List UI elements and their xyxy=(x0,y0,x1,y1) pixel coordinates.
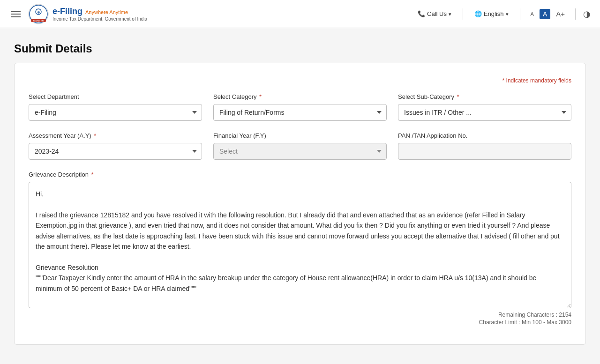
pan-tan-group: PAN /TAN Application No. xyxy=(398,132,571,160)
department-select[interactable]: e-Filing xyxy=(29,104,202,121)
grievance-section: Grievance Description * Hi, I raised the… xyxy=(29,171,571,326)
call-us-button[interactable]: Call Us xyxy=(414,8,455,19)
subcategory-required-star: * xyxy=(455,93,459,100)
financial-year-label: Financial Year (F.Y) xyxy=(213,132,387,139)
font-controls: A A A+ xyxy=(528,8,568,19)
header-left: ⊕ INCOME TAX e-FilingAnywhere Anytime In… xyxy=(9,4,147,24)
divider-2 xyxy=(520,8,520,20)
pan-tan-input[interactable] xyxy=(398,143,571,160)
logo-emblem: ⊕ INCOME TAX xyxy=(28,4,49,24)
call-us-label: Call Us xyxy=(427,10,447,17)
form-card: * Indicates mandatory fields Select Depa… xyxy=(14,63,586,345)
form-row-2: Assessment Year (A.Y) * 2023-24 Financia… xyxy=(29,132,571,160)
contrast-button[interactable]: ◑ xyxy=(583,9,591,19)
assessment-year-group: Assessment Year (A.Y) * 2023-24 xyxy=(29,132,202,160)
logo-anywhere: Anywhere Anytime xyxy=(85,9,128,15)
grievance-required-star: * xyxy=(90,171,94,178)
svg-text:⊕: ⊕ xyxy=(37,10,40,15)
hamburger-menu[interactable] xyxy=(9,9,22,19)
logo-subtitle: Income Tax Department, Government of Ind… xyxy=(52,16,147,22)
financial-year-group: Financial Year (F.Y) Select xyxy=(213,132,387,160)
category-label: Select Category * xyxy=(213,93,387,100)
mandatory-note: * Indicates mandatory fields xyxy=(29,77,571,84)
svg-text:INCOME TAX: INCOME TAX xyxy=(33,20,45,22)
language-label: English xyxy=(484,10,504,17)
logo-text: e-FilingAnywhere Anytime Income Tax Depa… xyxy=(52,7,147,22)
category-select[interactable]: Filing of Return/Forms xyxy=(213,104,387,121)
phone-icon xyxy=(418,10,425,17)
header-right: Call Us English A A A+ ◑ xyxy=(414,8,591,20)
subcategory-group: Select Sub-Category * Issues in ITR / Ot… xyxy=(398,93,571,121)
department-group: Select Department e-Filing xyxy=(29,93,202,121)
financial-year-select[interactable]: Select xyxy=(213,143,387,160)
char-limit: Character Limit : Min 100 - Max 3000 xyxy=(29,319,571,326)
subcategory-label-text: Select Sub-Category xyxy=(398,93,454,100)
pan-tan-label: PAN /TAN Application No. xyxy=(398,132,571,139)
department-label: Select Department xyxy=(29,93,202,100)
remaining-chars: Remaining Characters : 2154 xyxy=(29,312,571,318)
chevron-down-icon xyxy=(449,10,451,17)
grievance-textarea[interactable]: Hi, I raised the grievance 12815182 and … xyxy=(29,182,571,308)
divider-1 xyxy=(463,8,463,20)
grievance-label-text: Grievance Description xyxy=(29,171,89,178)
form-row-1: Select Department e-Filing Select Catego… xyxy=(29,93,571,121)
assessment-year-select[interactable]: 2023-24 xyxy=(29,143,202,160)
subcategory-select[interactable]: Issues in ITR / Other ... xyxy=(398,104,571,121)
logo-area: ⊕ INCOME TAX e-FilingAnywhere Anytime In… xyxy=(28,4,147,24)
language-chevron-icon xyxy=(506,10,509,17)
assessment-year-required-star: * xyxy=(92,132,97,139)
logo-efiling-text: e-FilingAnywhere Anytime xyxy=(52,7,147,16)
category-required-star: * xyxy=(258,93,262,100)
font-default-button[interactable]: A xyxy=(540,9,550,19)
main-content: Submit Details * Indicates mandatory fie… xyxy=(0,28,600,354)
language-selector[interactable]: English xyxy=(471,8,512,19)
category-label-text: Select Category xyxy=(213,93,257,100)
header: ⊕ INCOME TAX e-FilingAnywhere Anytime In… xyxy=(0,0,600,28)
efiling-label: e-Filing xyxy=(52,7,82,16)
assessment-year-label-text: Assessment Year (A.Y) xyxy=(29,132,91,139)
font-decrease-button[interactable]: A xyxy=(528,10,537,18)
font-increase-button[interactable]: A+ xyxy=(553,8,568,19)
page-title: Submit Details xyxy=(14,42,586,55)
divider-3 xyxy=(575,8,576,20)
grievance-label: Grievance Description * xyxy=(29,171,571,178)
assessment-year-label: Assessment Year (A.Y) * xyxy=(29,132,202,139)
category-group: Select Category * Filing of Return/Forms xyxy=(213,93,387,121)
globe-icon xyxy=(474,10,482,17)
subcategory-label: Select Sub-Category * xyxy=(398,93,571,100)
